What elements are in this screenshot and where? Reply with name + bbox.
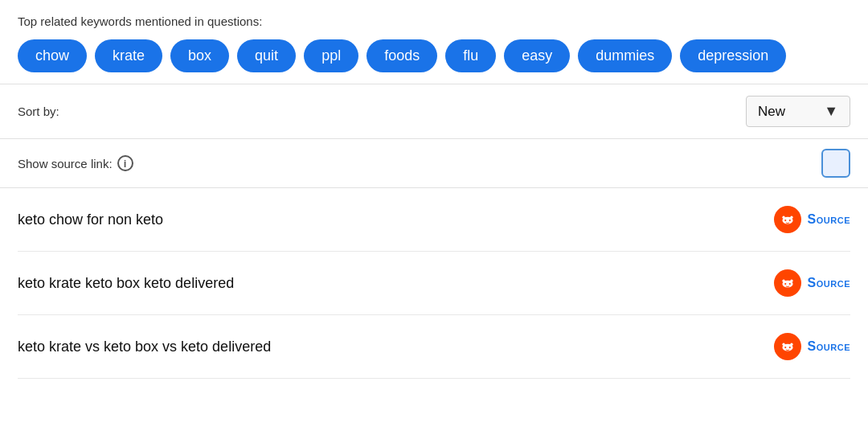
result-text: keto krate keto box keto delivered (18, 275, 774, 292)
keywords-label: Top related keywords mentioned in questi… (18, 14, 850, 28)
keyword-chip-foods[interactable]: foods (366, 39, 437, 72)
source-label: Source (808, 212, 850, 227)
table-row: keto krate keto box keto delivered Sourc… (18, 252, 850, 315)
table-row: keto chow for non keto Source (18, 188, 850, 252)
keyword-chip-depression[interactable]: depression (680, 39, 786, 72)
source-link-text: Show source link: (18, 157, 113, 170)
sort-dropdown[interactable]: New ▼ (746, 96, 850, 127)
svg-point-10 (788, 283, 790, 285)
keyword-chip-ppl[interactable]: ppl (304, 39, 358, 72)
keyword-chip-quit[interactable]: quit (237, 39, 296, 72)
source-link[interactable]: Source (774, 333, 850, 360)
svg-point-3 (788, 220, 790, 221)
svg-point-6 (782, 216, 784, 219)
info-icon: i (117, 155, 133, 171)
svg-point-13 (782, 280, 784, 282)
svg-point-20 (782, 343, 784, 346)
keyword-chip-chow[interactable]: chow (18, 39, 87, 72)
svg-point-16 (784, 347, 786, 348)
keyword-chip-flu[interactable]: flu (445, 39, 496, 72)
keywords-list: chowkrateboxquitpplfoodsflueasydummiesde… (18, 39, 850, 72)
keyword-chip-box[interactable]: box (170, 39, 229, 72)
table-row: keto krate vs keto box vs keto delivered… (18, 315, 850, 379)
keywords-section: Top related keywords mentioned in questi… (0, 0, 868, 84)
source-link[interactable]: Source (774, 206, 850, 233)
result-text: keto chow for non keto (18, 211, 774, 228)
results-list: keto chow for non keto Sourceketo krate … (0, 188, 868, 379)
svg-point-18 (790, 343, 792, 346)
source-label: Source (808, 276, 850, 290)
svg-point-11 (790, 280, 792, 282)
keyword-chip-dummies[interactable]: dummies (578, 39, 672, 72)
sort-selected-value: New (758, 104, 785, 120)
source-label: Source (808, 339, 850, 354)
svg-point-2 (784, 220, 786, 221)
svg-point-4 (790, 216, 792, 219)
sort-label: Sort by: (18, 105, 746, 118)
source-link[interactable]: Source (774, 269, 850, 297)
result-text: keto krate vs keto box vs keto delivered (18, 339, 774, 355)
keyword-chip-krate[interactable]: krate (95, 39, 162, 72)
svg-point-9 (784, 283, 786, 285)
show-source-checkbox[interactable] (821, 149, 850, 178)
source-link-label: Show source link: i (18, 155, 821, 171)
reddit-icon (774, 206, 801, 233)
source-link-section: Show source link: i (0, 139, 868, 188)
keyword-chip-easy[interactable]: easy (504, 39, 570, 72)
sort-section: Sort by: New ▼ (0, 84, 868, 139)
svg-point-17 (788, 347, 790, 348)
chevron-down-icon: ▼ (824, 103, 838, 120)
reddit-icon (774, 269, 801, 297)
reddit-icon (774, 333, 801, 360)
